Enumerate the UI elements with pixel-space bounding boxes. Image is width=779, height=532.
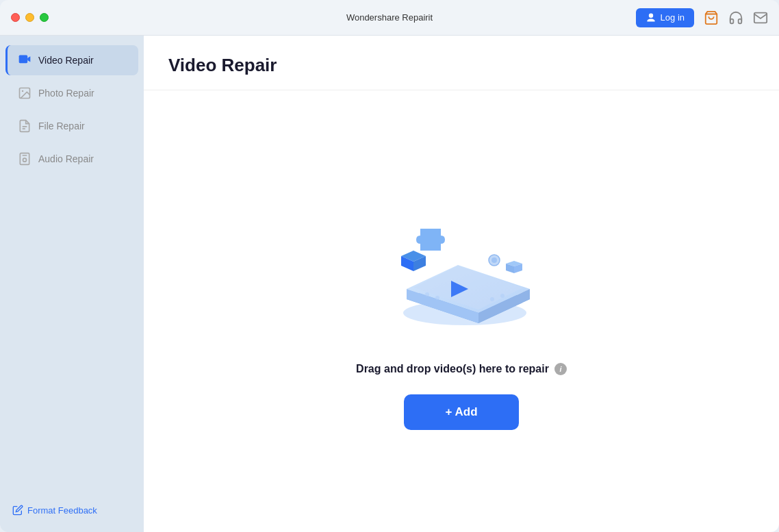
main-content: Video Repair <box>144 36 779 532</box>
minimize-button[interactable] <box>25 13 34 22</box>
headset-icon[interactable] <box>728 10 743 25</box>
mail-icon[interactable] <box>753 10 768 25</box>
format-feedback-link[interactable]: Format Feedback <box>12 505 131 516</box>
close-button[interactable] <box>11 13 20 22</box>
app-title: Wondershare Repairit <box>346 12 433 23</box>
svg-point-3 <box>22 90 23 92</box>
video-illustration <box>372 193 550 344</box>
page-title: Video Repair <box>168 55 754 76</box>
sidebar-item-file-repair[interactable]: File Repair <box>5 111 138 141</box>
sidebar-footer: Format Feedback <box>0 496 144 524</box>
svg-rect-1 <box>19 55 28 64</box>
drop-zone[interactable]: Drag and drop video(s) here to repair i … <box>144 90 779 532</box>
svg-point-27 <box>500 294 505 298</box>
cart-icon[interactable] <box>704 10 719 25</box>
sidebar-item-photo-repair[interactable]: Photo Repair <box>5 78 138 108</box>
titlebar-actions: Log in <box>636 8 768 27</box>
window-controls <box>11 13 49 22</box>
svg-point-25 <box>435 296 439 300</box>
svg-point-23 <box>491 257 497 263</box>
content-header: Video Repair <box>144 36 779 90</box>
file-icon <box>18 119 31 133</box>
add-button[interactable]: + Add <box>404 394 518 430</box>
svg-point-26 <box>490 297 494 301</box>
video-icon <box>18 53 31 67</box>
titlebar: Wondershare Repairit Log in <box>0 0 779 36</box>
feedback-icon <box>12 505 23 516</box>
app-body: Video Repair Photo Repair File Repair <box>0 36 779 532</box>
maximize-button[interactable] <box>40 13 49 22</box>
user-icon <box>646 12 656 23</box>
svg-point-7 <box>23 158 27 162</box>
drag-drop-label: Drag and drop video(s) here to repair i <box>356 363 567 375</box>
sidebar-item-video-repair[interactable]: Video Repair <box>5 45 138 75</box>
audio-icon <box>18 152 31 166</box>
svg-point-24 <box>425 292 429 296</box>
sidebar-item-audio-repair[interactable]: Audio Repair <box>5 144 138 174</box>
info-icon[interactable]: i <box>554 363 567 375</box>
login-button[interactable]: Log in <box>636 8 694 27</box>
sidebar: Video Repair Photo Repair File Repair <box>0 36 144 532</box>
photo-icon <box>18 86 31 100</box>
